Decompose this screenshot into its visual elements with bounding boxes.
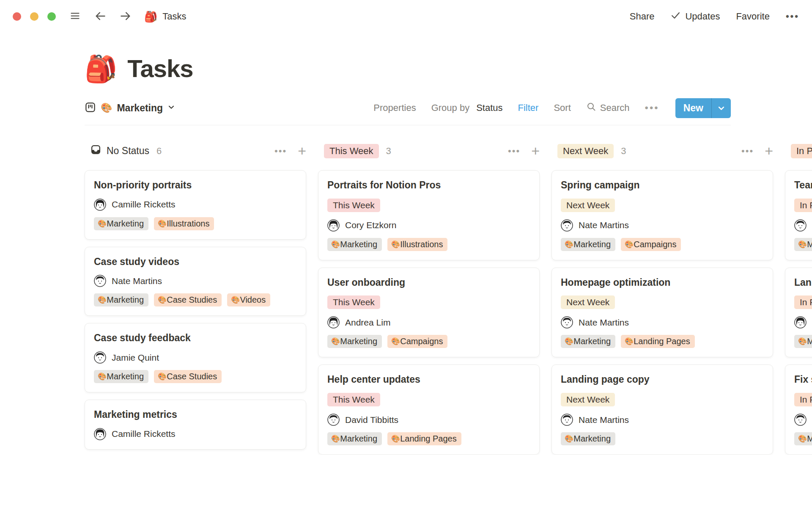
task-card[interactable]: Fix s In P D 🎨 M <box>785 364 812 455</box>
page-content: 🎒 Tasks 🎨 Marketing Properties Group by … <box>0 33 812 455</box>
task-card[interactable]: Portraits for Notion Pros This Week Cory… <box>318 170 540 260</box>
palette-icon: 🎨 <box>331 241 340 248</box>
page-backpack-icon[interactable]: 🎒 <box>85 56 117 82</box>
search-icon <box>586 102 596 114</box>
board-column-in-pr: In Pr ••• + Tear In P D 🎨 M Lan In P <box>785 143 812 455</box>
sidebar-menu-button[interactable] <box>68 8 82 25</box>
task-card[interactable]: Help center updates This Week David Tibb… <box>318 364 540 455</box>
task-card[interactable]: Marketing metrics Camille Ricketts <box>85 400 306 450</box>
task-card[interactable]: Spring campaign Next Week Nate Martins 🎨… <box>551 170 773 260</box>
tag-label: M <box>807 434 812 444</box>
task-card[interactable]: Tear In P D 🎨 M <box>785 170 812 260</box>
column-add-card-button[interactable]: + <box>298 145 306 157</box>
arrow-left-icon <box>94 10 106 23</box>
page-title[interactable]: Tasks <box>127 55 193 82</box>
palette-icon: 🎨 <box>391 241 400 248</box>
column-status-badge[interactable]: This Week <box>324 144 379 158</box>
card-assignee-row: D <box>794 414 812 426</box>
minimize-window-button[interactable] <box>30 12 38 21</box>
favorite-button[interactable]: Favorite <box>736 11 769 22</box>
tag-label: Landing Pages <box>400 434 456 444</box>
assignee-name: Andrea Lim <box>345 318 390 328</box>
palette-icon: 🎨 <box>798 435 807 442</box>
updates-button[interactable]: Updates <box>670 10 720 23</box>
tag-label: Marketing <box>573 240 611 249</box>
palette-icon: 🎨 <box>565 435 573 442</box>
task-card[interactable]: Case study feedback Jamie Quint 🎨 Market… <box>85 323 306 392</box>
task-card[interactable]: Landing page copy Next Week Nate Martins… <box>551 364 773 455</box>
task-card[interactable]: User onboarding This Week Andrea Lim 🎨 M… <box>318 268 540 358</box>
new-dropdown-button[interactable] <box>712 98 731 118</box>
more-options-button[interactable]: ••• <box>786 12 799 21</box>
board-view-icon <box>85 102 96 115</box>
palette-icon: 🎨 <box>98 373 107 380</box>
assignee-name: Camille Ricketts <box>112 199 176 210</box>
column-options-button[interactable]: ••• <box>273 145 288 157</box>
search-button[interactable]: Search <box>586 102 630 114</box>
card-status-row: In P <box>794 199 812 212</box>
column-header: This Week 3 ••• + <box>318 143 540 159</box>
ellipsis-icon: ••• <box>645 103 659 113</box>
status-badge: Next Week <box>561 199 615 212</box>
card-title: Help center updates <box>327 373 530 386</box>
column-status-badge[interactable]: In Pr <box>791 144 812 158</box>
breadcrumb[interactable]: 🎒 Tasks <box>144 11 186 22</box>
ellipsis-icon: ••• <box>274 146 287 156</box>
tag-label: Marketing <box>107 219 144 229</box>
zoom-window-button[interactable] <box>47 12 56 21</box>
column-title-plain[interactable]: No Status <box>91 144 149 157</box>
status-badge: This Week <box>327 295 380 309</box>
card-tags-row: 🎨 Marketing 🎨 Case Studies 🎨 Videos <box>94 293 297 306</box>
column-options-button[interactable]: ••• <box>506 145 522 157</box>
palette-icon: 🎨 <box>391 338 400 345</box>
tag: 🎨 Case Studies <box>154 293 222 306</box>
tag-label: Marketing <box>340 434 377 444</box>
status-badge: Next Week <box>561 295 615 309</box>
tag-label: Campaigns <box>400 337 443 346</box>
column-status-badge[interactable]: Next Week <box>557 144 614 158</box>
board-column-no-status: No Status 6 ••• + Non-priority portraits… <box>85 143 306 450</box>
chevron-down-icon <box>167 103 175 113</box>
card-assignee-row: Nate Martins <box>561 219 764 232</box>
sort-button[interactable]: Sort <box>554 102 571 113</box>
palette-icon: 🎨 <box>798 338 807 345</box>
column-add-card-button[interactable]: + <box>531 145 540 157</box>
task-card[interactable]: Case study videos Nate Martins 🎨 Marketi… <box>85 247 306 316</box>
card-assignee-row: Jamie Quint <box>94 351 297 364</box>
share-button[interactable]: Share <box>630 11 655 22</box>
checkmark-icon <box>670 10 681 23</box>
tag: 🎨 Campaigns <box>621 238 681 251</box>
column-header: In Pr ••• + <box>785 143 812 159</box>
view-switcher-marketing[interactable]: 🎨 Marketing <box>85 102 175 115</box>
avatar <box>794 316 807 329</box>
task-card[interactable]: Non-priority portraits Camille Ricketts … <box>85 170 306 240</box>
card-assignee-row: Cory Etzkorn <box>327 219 530 232</box>
card-tags-row: 🎨 M <box>794 432 812 445</box>
task-card[interactable]: Homepage optimization Next Week Nate Mar… <box>551 268 773 358</box>
card-status-row: Next Week <box>561 199 764 212</box>
close-window-button[interactable] <box>13 12 21 21</box>
kanban-board: No Status 6 ••• + Non-priority portraits… <box>0 125 812 455</box>
page-header: 🎒 Tasks <box>0 33 812 82</box>
column-add-card-button[interactable]: + <box>765 145 773 157</box>
palette-icon: 🎨 <box>331 435 340 442</box>
card-tags-row: 🎨 Marketing 🎨 Landing Pages <box>561 335 764 348</box>
new-button[interactable]: New <box>675 98 711 118</box>
tag: 🎨 Marketing <box>327 238 382 251</box>
new-button-group: New <box>675 98 731 118</box>
properties-button[interactable]: Properties <box>373 102 416 113</box>
tag-label: Illustrations <box>167 219 209 229</box>
forward-button[interactable] <box>118 8 133 25</box>
column-count: 3 <box>386 146 391 157</box>
group-by-button[interactable]: Group by Status <box>431 102 503 113</box>
card-title: Landing page copy <box>561 373 764 386</box>
tag-label: Marketing <box>107 372 144 381</box>
column-options-button[interactable]: ••• <box>740 145 755 157</box>
task-card[interactable]: Lan In P C 🎨 M 🎨 La <box>785 268 812 358</box>
group-by-value: Status <box>476 102 502 113</box>
card-assignee-row: Camille Ricketts <box>94 199 297 211</box>
view-options-button[interactable]: ••• <box>645 103 659 113</box>
column-count: 3 <box>621 146 626 157</box>
back-button[interactable] <box>93 8 108 25</box>
filter-button[interactable]: Filter <box>518 102 539 113</box>
